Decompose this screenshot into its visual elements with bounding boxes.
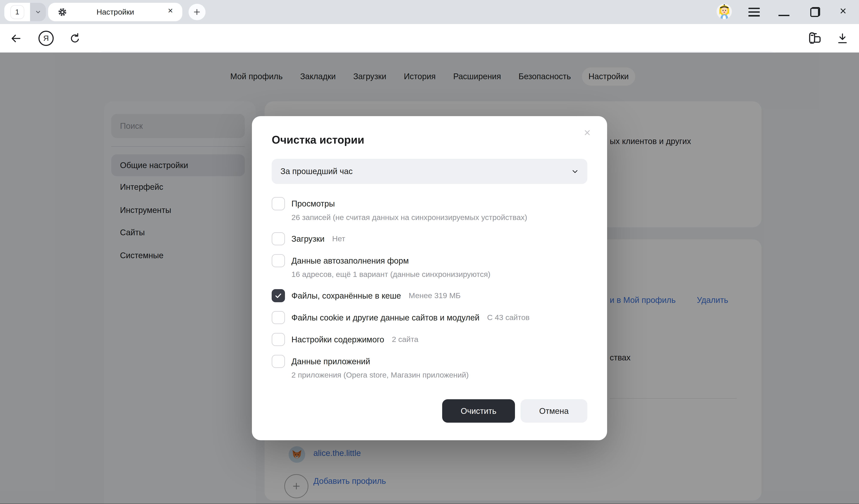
list-item: Данные автозаполнения форм 16 адресов, е… [272, 254, 587, 280]
period-select-value: За прошедший час [281, 167, 352, 176]
tab-title: Настройки [48, 8, 182, 17]
checkbox-cookies[interactable] [272, 311, 285, 324]
close-window-button[interactable]: × [837, 4, 849, 17]
chevron-down-icon [35, 9, 42, 15]
navigation-toolbar: Я Y settings Настройки [0, 24, 859, 52]
clear-button[interactable]: Очистить [442, 399, 515, 423]
dialog-buttons: Очистить Отмена [442, 399, 587, 423]
close-tab-icon[interactable]: × [165, 5, 176, 16]
tab-bar: 1 Настройки × [0, 0, 859, 24]
checkbox-views[interactable] [272, 197, 285, 210]
restore-window-button[interactable] [810, 7, 820, 17]
list-item: Загрузки Нет [272, 232, 587, 245]
reload-button[interactable] [67, 24, 83, 52]
reload-icon [69, 32, 81, 44]
password-manager-button[interactable] [805, 24, 824, 52]
browser-window: 1 Настройки × [0, 0, 859, 504]
back-arrow-icon [10, 32, 22, 44]
close-dialog-icon[interactable]: × [581, 126, 594, 139]
checkbox-content-settings[interactable] [272, 333, 285, 346]
minimize-window-button[interactable] [779, 15, 789, 16]
yandex-logo-icon: Я [39, 31, 54, 46]
history-item-list: Просмотры 26 записей (не считая данных н… [272, 197, 587, 390]
checkbox-autofill[interactable] [272, 254, 285, 267]
list-item: Файлы cookie и другие данные сайтов и мо… [272, 311, 587, 324]
key-icon [808, 32, 822, 45]
downloads-button[interactable] [834, 24, 852, 52]
download-icon [837, 32, 848, 44]
clear-history-dialog: Очистка истории × За прошедший час Просм… [252, 116, 607, 440]
back-button[interactable] [8, 24, 24, 52]
cancel-button[interactable]: Отмена [521, 399, 587, 423]
checkbox-cache[interactable] [272, 289, 285, 302]
checkbox-downloads[interactable] [272, 232, 285, 245]
tab-counter-control[interactable]: 1 [4, 3, 46, 21]
new-tab-button[interactable] [189, 4, 206, 20]
checkmark-icon [274, 292, 282, 300]
browser-menu-button[interactable] [749, 8, 760, 17]
browser-profile-avatar[interactable] [717, 4, 732, 19]
period-select[interactable]: За прошедший час [272, 159, 587, 184]
list-item: Настройки содержимого 2 сайта [272, 333, 587, 346]
checkbox-app-data[interactable] [272, 355, 285, 368]
plus-icon [193, 8, 201, 16]
yandex-menu-button[interactable]: Я [38, 24, 54, 52]
list-item: Данные приложений 2 приложения (Opera st… [272, 355, 587, 381]
chevron-down-icon [571, 168, 578, 175]
tab-list-dropdown[interactable] [30, 3, 46, 21]
alice-avatar-icon [717, 4, 732, 19]
list-item: Файлы, сохранённые в кеше Менее 319 МБ [272, 289, 587, 302]
browser-tab-settings[interactable]: Настройки × [48, 3, 182, 21]
tab-counter[interactable]: 1 [4, 3, 30, 21]
list-item: Просмотры 26 записей (не считая данных н… [272, 197, 587, 223]
tab-counter-value: 1 [10, 5, 24, 19]
dialog-title: Очистка истории [272, 134, 364, 146]
